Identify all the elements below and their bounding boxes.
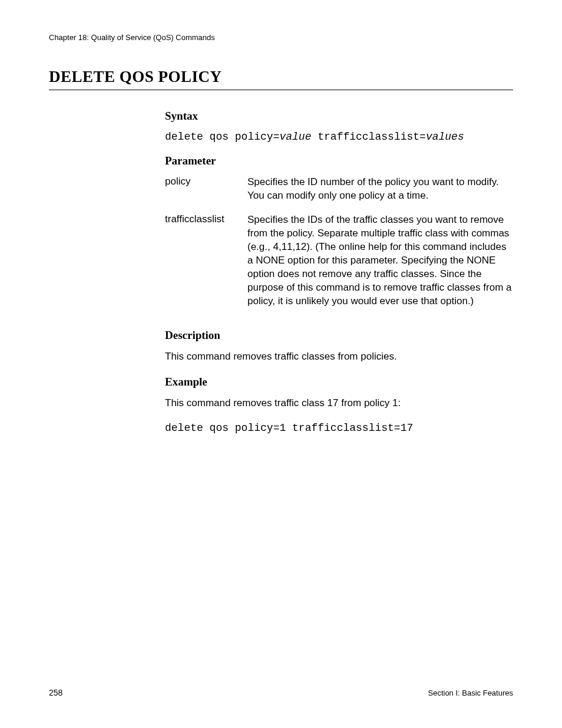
parameter-table: policy Specifies the ID number of the po… <box>165 176 513 318</box>
description-text: This command removes traffic classes fro… <box>165 350 513 364</box>
content-block: Syntax delete qos policy=value trafficcl… <box>165 106 513 446</box>
description-heading: Description <box>165 329 513 342</box>
parameter-heading: Parameter <box>165 154 513 167</box>
chapter-header: Chapter 18: Quality of Service (QoS) Com… <box>49 33 513 42</box>
syntax-arg2: values <box>426 131 464 143</box>
param-name: policy <box>165 176 247 213</box>
example-code: delete qos policy=1 trafficclasslist=17 <box>165 422 513 434</box>
example-text: This command removes traffic class 17 fr… <box>165 397 513 410</box>
table-row: policy Specifies the ID number of the po… <box>165 176 513 213</box>
example-heading: Example <box>165 375 513 388</box>
param-name: trafficclasslist <box>165 213 247 319</box>
page-number: 258 <box>49 688 62 697</box>
section-label: Section I: Basic Features <box>428 689 513 697</box>
table-row: trafficclasslist Specifies the IDs of th… <box>165 213 513 319</box>
document-page: Chapter 18: Quality of Service (QoS) Com… <box>0 0 562 728</box>
param-desc: Specifies the ID number of the policy yo… <box>247 176 513 213</box>
syntax-middle: trafficclasslist= <box>311 131 425 143</box>
syntax-arg1: value <box>279 131 311 143</box>
syntax-line: delete qos policy=value trafficclasslist… <box>165 131 513 143</box>
syntax-heading: Syntax <box>165 110 513 123</box>
command-title: DELETE QOS POLICY <box>49 68 513 90</box>
param-desc: Specifies the IDs of the traffic classes… <box>247 213 513 319</box>
syntax-prefix: delete qos policy= <box>165 131 279 143</box>
